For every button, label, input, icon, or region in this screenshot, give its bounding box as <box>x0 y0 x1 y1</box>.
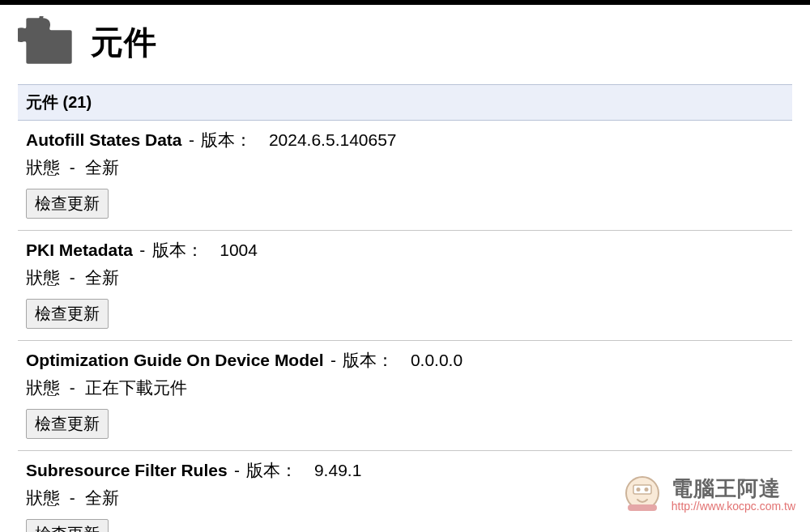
version-value: 0.0.0.0 <box>411 351 463 369</box>
check-update-button[interactable]: 檢查更新 <box>26 299 109 329</box>
version-value: 2024.6.5.140657 <box>269 130 397 149</box>
section-header: 元件 (21) <box>18 84 792 121</box>
status-value: 全新 <box>85 158 119 177</box>
version-label: 版本： <box>152 240 203 259</box>
version-value: 9.49.1 <box>314 461 361 479</box>
component-row: Optimization Guide On Device Model - 版本：… <box>18 341 792 451</box>
section-count: (21) <box>63 93 92 111</box>
component-name: PKI Metadata <box>26 240 133 259</box>
separator: - <box>139 240 145 259</box>
separator: - <box>70 378 75 397</box>
separator: - <box>70 488 75 507</box>
section-label: 元件 <box>26 93 58 111</box>
separator: - <box>70 158 75 177</box>
separator: - <box>330 351 336 369</box>
check-update-button[interactable]: 檢查更新 <box>26 409 109 439</box>
version-label: 版本： <box>246 461 297 479</box>
separator: - <box>234 461 240 479</box>
status-value: 全新 <box>85 268 119 287</box>
status-value: 正在下載元件 <box>85 378 187 397</box>
status-label: 狀態 <box>26 268 60 287</box>
component-row: Subresource Filter Rules - 版本： 9.49.1 狀態… <box>18 451 792 532</box>
component-name: Optimization Guide On Device Model <box>26 351 324 369</box>
page-header: 元件 <box>18 5 792 84</box>
separator: - <box>70 268 75 287</box>
status-label: 狀態 <box>26 158 60 177</box>
component-row: Autofill States Data - 版本： 2024.6.5.1406… <box>18 121 792 231</box>
check-update-button[interactable]: 檢查更新 <box>26 189 109 219</box>
check-update-button[interactable]: 檢查更新 <box>26 519 109 532</box>
puzzle-icon <box>18 16 91 68</box>
status-label: 狀態 <box>26 488 60 507</box>
status-label: 狀態 <box>26 378 60 397</box>
version-label: 版本： <box>343 351 394 369</box>
component-name: Autofill States Data <box>26 130 182 149</box>
component-name: Subresource Filter Rules <box>26 461 228 479</box>
version-value: 1004 <box>220 240 258 259</box>
component-list: Autofill States Data - 版本： 2024.6.5.1406… <box>18 121 792 532</box>
version-label: 版本： <box>201 130 252 149</box>
separator: - <box>189 130 194 149</box>
page-title: 元件 <box>91 20 157 65</box>
component-row: PKI Metadata - 版本： 1004 狀態 - 全新 檢查更新 <box>18 231 792 341</box>
status-value: 全新 <box>85 488 119 507</box>
